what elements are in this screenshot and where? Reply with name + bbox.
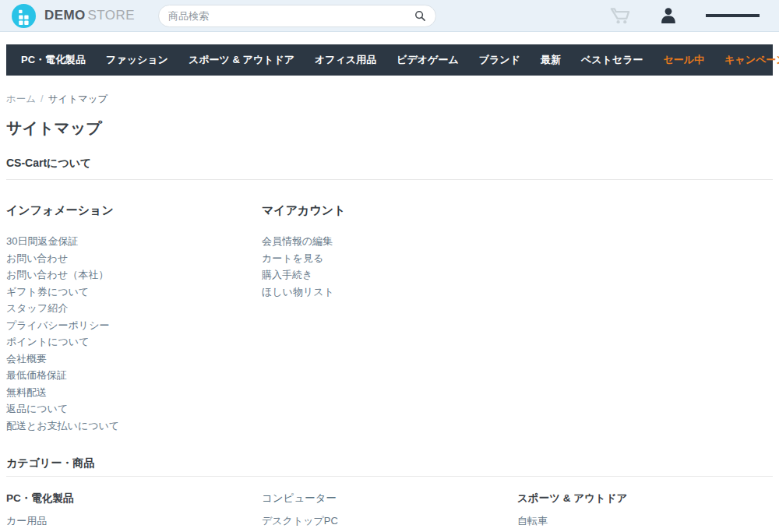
information-link-list: 30日間返金保証お問い合わせお問い合わせ（本社）ギフト券についてスタッフ紹介プラ… (6, 233, 262, 434)
information-heading: インフォメーション (6, 203, 262, 218)
information-column: インフォメーション 30日間返金保証お問い合わせお問い合わせ（本社）ギフト券につ… (6, 203, 262, 434)
information-link[interactable]: 返品について (6, 403, 68, 414)
category-title-link[interactable]: スポーツ & アウトドア (517, 491, 773, 505)
information-link[interactable]: ポイントについて (6, 336, 89, 347)
category-column: コンピューターデスクトップPCノートPCタブレットPC (262, 491, 517, 532)
page-title: サイトマップ (6, 118, 773, 139)
search-input[interactable] (168, 10, 414, 22)
breadcrumb-separator: / (41, 93, 43, 104)
breadcrumb: ホーム/サイトマップ (6, 93, 773, 106)
category-link[interactable]: 自転車 (517, 515, 548, 527)
category-column: PC・電化製品カー用品GPS & カーナビカーオーディオ (6, 491, 262, 532)
information-link[interactable]: ギフト券について (6, 286, 89, 298)
category-column: スポーツ & アウトドア自転車コンフォート & クルーザー街乗り用バイク (517, 491, 773, 532)
nav-item-promo[interactable]: セール中 (653, 53, 714, 67)
nav-item-category[interactable]: ブランド (469, 53, 530, 67)
my-account-link[interactable]: 購入手続き (262, 269, 312, 280)
brand-name[interactable]: DEMOSTORE (44, 8, 135, 23)
information-link[interactable]: お問い合わせ（本社） (6, 269, 108, 280)
nav-item-category[interactable]: PC・電化製品 (11, 53, 96, 67)
search-icon[interactable] (414, 10, 426, 22)
category-link[interactable]: デスクトップPC (262, 515, 338, 527)
information-link[interactable]: お問い合わせ (6, 252, 68, 264)
information-link[interactable]: プライバシーポリシー (6, 319, 109, 331)
category-link[interactable]: カー用品 (6, 515, 47, 527)
information-link[interactable]: 30日間返金保証 (6, 235, 78, 247)
my-account-link[interactable]: 会員情報の編集 (262, 235, 333, 247)
my-account-column: マイアカウント 会員情報の編集カートを見る購入手続きほしい物リスト (262, 203, 517, 434)
section-heading-categories: カテゴリー・商品 (6, 456, 773, 477)
breadcrumb-current: サイトマップ (48, 93, 108, 104)
category-columns: PC・電化製品カー用品GPS & カーナビカーオーディオコンピューターデスクトッ… (6, 491, 773, 532)
information-link[interactable]: 最低価格保証 (6, 369, 67, 381)
nav-item-category[interactable]: スポーツ & アウトドア (178, 53, 305, 67)
store-logo-icon[interactable] (12, 4, 36, 28)
nav-item-category[interactable]: 最新 (530, 53, 571, 67)
information-link[interactable]: スタッフ紹介 (6, 302, 68, 314)
content: ホーム/サイトマップ サイトマップ CS-Cartについて インフォメーション … (6, 93, 773, 532)
information-link[interactable]: 会社概要 (6, 353, 47, 365)
nav-item-category[interactable]: ベストセラー (571, 53, 654, 67)
empty-column (517, 203, 773, 434)
header-icons (610, 6, 767, 25)
breadcrumb-home-link[interactable]: ホーム (6, 93, 36, 104)
main-nav: PC・電化製品ファッションスポーツ & アウトドアオフィス用品ビデオゲームブラン… (6, 44, 773, 76)
brand-name-light: STORE (88, 8, 135, 23)
category-title-link[interactable]: コンピューター (262, 491, 517, 505)
category-link-list: カー用品GPS & カーナビカーオーディオ (6, 511, 262, 532)
brand-name-bold: DEMO (44, 8, 86, 23)
my-account-link[interactable]: ほしい物リスト (262, 286, 334, 298)
nav-item-category[interactable]: オフィス用品 (305, 53, 386, 67)
information-link[interactable]: 無料配送 (6, 386, 47, 398)
category-title-link[interactable]: PC・電化製品 (6, 491, 262, 505)
nav-item-promo[interactable]: キャンペーン (714, 53, 779, 67)
nav-item-category[interactable]: ファッション (96, 53, 178, 67)
category-link-list: 自転車コンフォート & クルーザー街乗り用バイク (517, 511, 773, 532)
information-link[interactable]: 配送とお支払いについて (6, 420, 119, 432)
my-account-link-list: 会員情報の編集カートを見る購入手続きほしい物リスト (262, 233, 517, 300)
section-heading-about: CS-Cartについて (6, 157, 773, 180)
cart-icon[interactable] (610, 6, 631, 25)
menu-icon[interactable] (706, 12, 760, 19)
info-account-columns: インフォメーション 30日間返金保証お問い合わせお問い合わせ（本社）ギフト券につ… (6, 203, 773, 434)
my-account-link[interactable]: カートを見る (262, 252, 323, 264)
nav-item-category[interactable]: ビデオゲーム (386, 53, 469, 67)
category-link-list: デスクトップPCノートPCタブレットPC (262, 511, 517, 532)
user-icon[interactable] (659, 6, 678, 25)
search-box (158, 5, 436, 27)
top-header: DEMOSTORE (0, 0, 779, 32)
my-account-heading: マイアカウント (262, 203, 517, 218)
